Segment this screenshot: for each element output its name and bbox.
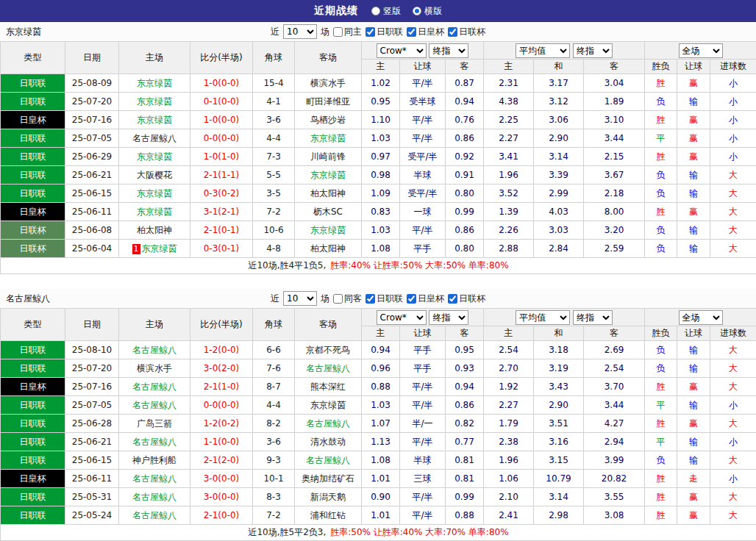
result-wdl: 平	[645, 433, 677, 451]
euro-draw-odds: 3.03	[534, 221, 584, 240]
handicap-line: 平/半	[400, 488, 446, 506]
bookmaker-select[interactable]: Crow*	[377, 43, 427, 58]
away-team: 浦和红钻	[295, 506, 362, 525]
handicap-odds-header: Crow* 终指	[362, 309, 484, 326]
result-goals: 大	[710, 341, 756, 359]
league-cup-checkbox[interactable]	[448, 27, 457, 37]
euro-away-odds: 3.70	[584, 378, 645, 396]
col-result-handicap: 让球	[677, 326, 710, 341]
col-result-goals: 进球数	[710, 326, 756, 341]
same-venue-filter[interactable]: 同客	[333, 293, 362, 305]
league-filter-emperor-cup[interactable]: 日皇杯	[407, 26, 444, 38]
final-odds-select[interactable]: 终指	[573, 310, 613, 325]
result-goals: 大	[710, 488, 756, 506]
section-divider	[0, 274, 756, 289]
summary-rates: 胜率:50% 让胜率:40% 大率:70% 单率:80%	[330, 527, 508, 537]
col-euro-draw: 和	[534, 60, 584, 74]
match-score: 3-1(2-1)	[190, 203, 253, 221]
col-away: 客场	[295, 42, 362, 74]
jleague-label: 日职联	[377, 293, 403, 305]
handicap-home-odds: 0.94	[362, 341, 400, 359]
match-count-select[interactable]: 10	[283, 291, 317, 306]
match-date: 25-07-20	[65, 93, 119, 111]
final-odds-select[interactable]: 终指	[429, 310, 468, 325]
avg-odds-select[interactable]: 平均值	[516, 43, 570, 58]
match-row: 日职联25-06-21大阪樱花2-1(1-1)5-5东京绿茵0.98半球0.91…	[1, 166, 756, 184]
league-badge: 日职联	[1, 488, 65, 506]
result-wdl: 负	[645, 451, 677, 470]
away-team: 东京绿茵	[295, 166, 362, 184]
avg-odds-select[interactable]: 平均值	[516, 310, 570, 325]
same-venue-checkbox[interactable]	[333, 27, 343, 37]
euro-home-odds: 2.41	[484, 506, 534, 525]
final-odds-select[interactable]: 终指	[573, 43, 613, 58]
league-badge: 日皇杯	[1, 378, 65, 396]
league-cup-checkbox[interactable]	[448, 294, 457, 304]
near-label: 近	[271, 293, 279, 305]
section-summary: 近10场,胜4平1负5,胜率:40% 让胜率:50% 大率:50% 单率:80%	[1, 258, 756, 274]
league-badge: 日职联	[1, 433, 65, 451]
filter-bar: 近 10 场 同主 日职联 日皇杯 日联杯	[147, 24, 609, 39]
league-filter-emperor-cup[interactable]: 日皇杯	[407, 293, 444, 305]
handicap-home-odds: 1.08	[362, 240, 400, 258]
handicap-away-odds: 0.81	[446, 470, 484, 488]
bookmaker-select[interactable]: Crow*	[377, 310, 427, 325]
match-date: 25-07-16	[65, 111, 119, 129]
scope-select[interactable]: 全场	[679, 310, 723, 325]
corner-score: 8-3	[253, 488, 295, 506]
emperor-cup-checkbox[interactable]	[407, 294, 416, 304]
euro-draw-odds: 3.14	[534, 488, 584, 506]
col-score: 比分(半场)	[190, 309, 253, 341]
col-odds-home: 主	[362, 60, 400, 74]
scope-select[interactable]: 全场	[679, 43, 723, 58]
league-filter-league-cup[interactable]: 日联杯	[448, 293, 485, 305]
league-filter-jleague[interactable]: 日职联	[365, 26, 403, 38]
match-row: 日职联25-05-31名古屋鲸八3-0(0-0)8-3新潟天鹅0.90平/半0.…	[1, 488, 756, 506]
col-result-goals: 进球数	[710, 60, 756, 74]
corner-score: 7-6	[253, 359, 295, 378]
euro-home-odds: 4.38	[484, 93, 534, 111]
match-count-select[interactable]: 10	[283, 24, 317, 39]
euro-draw-odds: 10.79	[534, 470, 584, 488]
handicap-line: 三球	[400, 470, 446, 488]
result-goals: 大	[710, 415, 756, 433]
match-row: 日职联25-06-21名古屋鲸八1-1(0-0)3-6清水鼓动1.13平/半0.…	[1, 433, 756, 451]
result-handicap: 赢	[677, 74, 710, 93]
home-team: 东京绿茵	[119, 111, 190, 129]
match-date: 25-06-15	[65, 451, 119, 470]
emperor-cup-checkbox[interactable]	[407, 27, 416, 37]
jleague-checkbox[interactable]	[365, 27, 375, 37]
result-wdl: 负	[645, 359, 677, 378]
home-team: 东京绿茵	[119, 203, 190, 221]
match-date: 25-07-16	[65, 378, 119, 396]
euro-away-odds: 4.27	[584, 415, 645, 433]
jleague-checkbox[interactable]	[365, 294, 375, 304]
euro-draw-odds: 3.39	[534, 166, 584, 184]
match-score: 2-1(1-1)	[190, 166, 253, 184]
handicap-away-odds: 0.94	[446, 378, 484, 396]
handicap-home-odds: 1.13	[362, 433, 400, 451]
corner-score: 7-2	[253, 203, 295, 221]
league-badge: 日联杯	[1, 221, 65, 240]
vertical-layout-radio[interactable]: 竖版	[371, 5, 401, 18]
final-odds-select[interactable]: 终指	[429, 43, 468, 58]
match-date: 25-06-08	[65, 221, 119, 240]
league-filter-league-cup[interactable]: 日联杯	[448, 26, 485, 38]
result-handicap: 输	[677, 221, 710, 240]
match-row: 日皇杯25-07-16东京绿茵1-0(0-0)3-6鸟栖沙岩1.10平/半0.7…	[1, 111, 756, 129]
home-team: 名古屋鲸八	[119, 488, 190, 506]
team-section: 名古屋鲸八 近 10 场 同客 日职联 日皇杯 日联杯 类型 日期 主场 比分(…	[0, 289, 756, 541]
same-venue-filter[interactable]: 同主	[333, 26, 362, 38]
handicap-home-odds: 0.98	[362, 166, 400, 184]
result-handicap: 赢	[677, 148, 710, 166]
handicap-line: 平/半	[400, 506, 446, 525]
near-label: 近	[271, 26, 279, 38]
euro-draw-odds: 3.06	[534, 111, 584, 129]
marker-badge: 1	[132, 244, 140, 254]
league-filter-jleague[interactable]: 日职联	[365, 293, 403, 305]
same-venue-checkbox[interactable]	[333, 294, 343, 304]
summary-rates: 胜率:40% 让胜率:50% 大率:50% 单率:80%	[330, 260, 508, 270]
match-row: 日皇杯25-06-11名古屋鲸八3-0(0-0)10-1奥纳加结矿石1.01三球…	[1, 470, 756, 488]
result-header: 全场	[645, 309, 756, 326]
horizontal-layout-radio[interactable]: 横版	[413, 5, 442, 18]
